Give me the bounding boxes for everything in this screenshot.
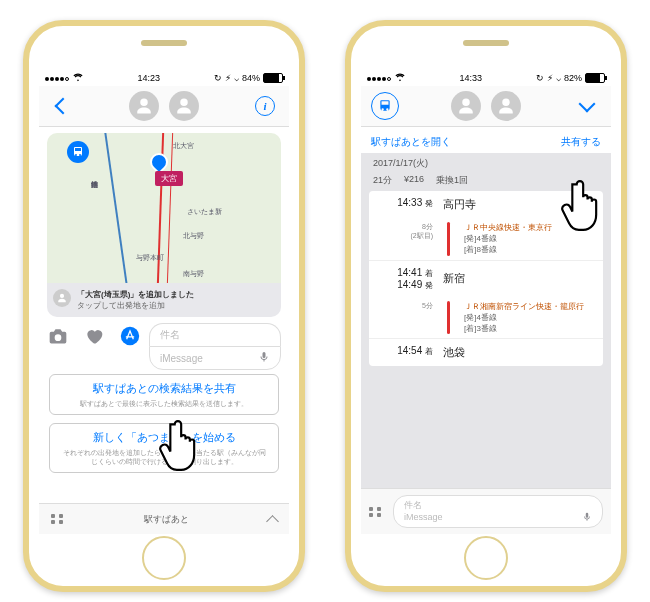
navbar [361, 86, 611, 127]
bottom-compose: 件名 iMessage [361, 488, 611, 534]
segment-row: 5分 ＪＲ湘南新宿ライン快速・籠原行 [発]4番線 [着]3番線 [369, 297, 603, 339]
seg-dep: [発]4番線 [464, 233, 552, 244]
stop-row: 14:33 発 高円寺 [369, 191, 603, 218]
seg-dep: [発]4番線 [464, 312, 584, 323]
map-label: 北与野 [183, 231, 204, 241]
avatar[interactable] [491, 91, 521, 121]
compose-pill[interactable]: 件名 iMessage [393, 495, 603, 528]
option-title: 駅すぱあとの検索結果を共有 [60, 381, 268, 396]
statusbar: 14:23 ↻ ⚡︎ ⌵ 84% [39, 70, 289, 86]
map-label: 北大宮 [173, 141, 194, 151]
avatars[interactable] [451, 91, 521, 121]
back-button[interactable] [49, 100, 77, 112]
appstore-icon[interactable] [119, 325, 141, 347]
seg-duration-sub: (2駅目) [377, 231, 433, 240]
option-title: 新しく「あつまる」を始める [60, 430, 268, 445]
seg-line: ＪＲ中央線快速・東京行 [464, 222, 552, 233]
battery-pct: 84% [242, 73, 260, 83]
map-label: 与野本町 [136, 253, 164, 263]
route-panel: 2017/1/17(火) 21分 ¥216 乗換1回 14:33 発 高円寺 8… [361, 153, 611, 488]
stop-suffix: 発 [425, 199, 433, 208]
station-badge: 大宮 [155, 171, 183, 186]
seg-duration: 5分 [377, 301, 433, 310]
navbar: i [39, 86, 289, 127]
map-label: 南与野 [183, 269, 204, 279]
share-link[interactable]: 共有する [561, 135, 601, 149]
stop-row: 14:41 着 14:49 発 新宿 [369, 260, 603, 297]
stop-time: 14:41 [397, 267, 422, 278]
seg-duration: 8分 [377, 222, 433, 231]
route-list: 14:33 発 高円寺 8分 (2駅目) ＪＲ中央線快速・東京行 [発]4番線 … [369, 191, 603, 366]
stop-time: 14:54 [397, 345, 422, 356]
train-icon [371, 92, 399, 120]
map-preview[interactable]: 大宮 北大宮 鉄道博物館 さいたま新 北与野 与野本町 南与野 [47, 133, 281, 283]
battery-pct: 82% [564, 73, 582, 83]
status-time: 14:33 [459, 73, 482, 83]
status-time: 14:23 [137, 73, 160, 83]
wifi-icon [73, 72, 83, 84]
subject-placeholder: 件名 [404, 499, 592, 512]
avatars[interactable] [129, 91, 199, 121]
home-button[interactable] [464, 536, 508, 580]
orientation-lock-icon: ↻ [214, 73, 222, 83]
stop-time: 14:33 [397, 197, 422, 208]
option-sub: それぞれの出発地を追加したら、みんなに当たる駅（みんなが同じくらいの時間で行ける… [60, 448, 268, 466]
line-bar-icon [447, 301, 450, 335]
share-result-button[interactable]: 駅すぱあとの検索結果を共有 駅すぱあとで最後に表示した検索結果を送信します。 [49, 374, 279, 415]
route-date: 2017/1/17(火) [361, 153, 611, 174]
collapse-icon[interactable] [268, 513, 277, 526]
open-app-link[interactable]: 駅すぱあとを開く [371, 135, 451, 149]
signal-dots-icon [45, 73, 70, 83]
seg-arr: [着]8番線 [464, 244, 552, 255]
heart-icon[interactable] [83, 325, 105, 347]
app-drawer-bar: 駅すぱあと [39, 503, 289, 534]
expand-button[interactable] [573, 102, 601, 110]
stop-suffix: 着 [425, 347, 433, 356]
apps-grid-icon[interactable] [369, 507, 383, 517]
seg-line: ＪＲ湘南新宿ライン快速・籠原行 [464, 301, 584, 312]
route-fare: ¥216 [404, 174, 424, 187]
speaker [463, 40, 509, 46]
statusbar: 14:33 ↻ ⚡︎ ⌵ 82% [361, 70, 611, 86]
stop-name: 池袋 [443, 345, 465, 360]
route-duration: 21分 [373, 174, 392, 187]
link-row: 駅すぱあとを開く 共有する [361, 127, 611, 153]
train-icon [67, 141, 89, 163]
avatar[interactable] [451, 91, 481, 121]
message-placeholder: iMessage [404, 512, 443, 524]
subject-input[interactable]: 件名 [149, 323, 281, 346]
signal-dots-icon [367, 73, 392, 83]
route-transfers: 乗換1回 [436, 174, 468, 187]
seg-arr: [着]3番線 [464, 323, 584, 334]
screen-right: 14:33 ↻ ⚡︎ ⌵ 82% 駅すぱあとを開く 共有する [361, 70, 611, 534]
start-gather-button[interactable]: 新しく「あつまる」を始める それぞれの出発地を追加したら、みんなに当たる駅（みん… [49, 423, 279, 473]
mic-icon[interactable] [258, 351, 270, 365]
map-label: さいたま新 [187, 207, 222, 217]
drawer-app-name: 駅すぱあと [144, 513, 189, 526]
battery-icon [585, 73, 605, 83]
mic-icon[interactable] [582, 512, 592, 524]
avatar[interactable] [129, 91, 159, 121]
speaker [141, 40, 187, 46]
app-button[interactable] [371, 92, 399, 120]
map-caption[interactable]: 「大宮(埼玉県)」を追加しました タップして出発地を追加 [47, 283, 281, 317]
option-sub: 駅すぱあとで最後に表示した検索結果を送信します。 [60, 399, 268, 408]
stop-suffix: 発 [425, 281, 433, 290]
message-placeholder: iMessage [160, 353, 203, 364]
stop-row: 14:54 着 池袋 [369, 338, 603, 366]
avatar[interactable] [169, 91, 199, 121]
bluetooth-icon: ⚡︎ ⌵ [225, 73, 239, 83]
message-input[interactable]: iMessage [149, 346, 281, 370]
home-button[interactable] [142, 536, 186, 580]
stop-name: 高円寺 [443, 197, 476, 212]
bluetooth-icon: ⚡︎ ⌵ [547, 73, 561, 83]
line-bar-icon [447, 222, 450, 256]
stop-time: 14:49 [397, 279, 422, 290]
screen-left: 14:23 ↻ ⚡︎ ⌵ 84% i [39, 70, 289, 534]
orientation-lock-icon: ↻ [536, 73, 544, 83]
camera-icon[interactable] [47, 325, 69, 347]
stop-suffix: 着 [425, 269, 433, 278]
info-button[interactable]: i [251, 96, 279, 116]
apps-grid-icon[interactable] [51, 514, 65, 524]
phone-right: 14:33 ↻ ⚡︎ ⌵ 82% 駅すぱあとを開く 共有する [345, 20, 627, 592]
